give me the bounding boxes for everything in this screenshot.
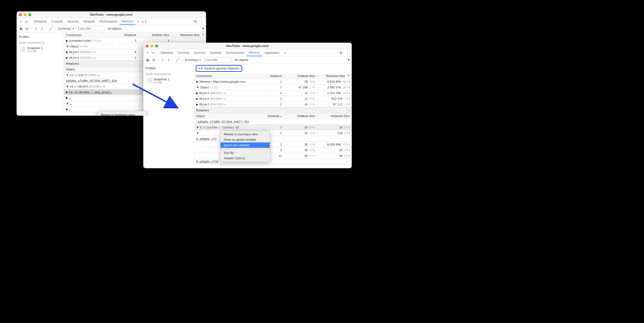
expand-icon[interactable]: ▶ <box>66 39 68 43</box>
caret-down-icon[interactable]: ▼ <box>202 27 205 30</box>
issues-badge[interactable]: ▲2 <box>141 20 146 23</box>
device-toggle-icon[interactable]: ▭ <box>24 20 29 24</box>
tab-console[interactable]: Console <box>49 18 65 25</box>
scope-dropdown[interactable]: All objects <box>106 27 123 30</box>
expand-icon[interactable]: ▼ <box>66 85 69 88</box>
go-to-icon[interactable]: ▭ <box>102 85 105 88</box>
expand-icon[interactable]: ▶ <box>196 80 198 83</box>
go-to-icon[interactable]: ▭ <box>93 51 96 54</box>
menu-store-global[interactable]: Store as global variable <box>220 137 270 142</box>
col-retained[interactable]: Retained Size▼ <box>172 32 206 38</box>
col-object[interactable]: Object <box>194 113 266 119</box>
expand-icon[interactable]: ▶ <box>196 97 198 101</box>
source-link[interactable]: 8,qddgKe,sTs <box>196 137 217 141</box>
scope-dropdown[interactable]: All objects <box>233 58 250 62</box>
go-to-icon[interactable]: ▭ <box>93 56 96 60</box>
go-to-icon[interactable]: ▭ <box>223 103 226 106</box>
tab-network[interactable]: Network <box>208 49 224 56</box>
col-retained[interactable]: Retained Size▼ <box>317 73 352 79</box>
settings-icon[interactable]: ⚙ <box>338 51 344 55</box>
menu-sort-by[interactable]: Sort By› <box>220 150 270 155</box>
tab-sources[interactable]: Sources <box>192 49 208 56</box>
menu-header-options[interactable]: Header Options› <box>220 155 270 161</box>
retainer-row[interactable]: 1 360 % 8 626 66493 % <box>194 142 352 147</box>
retainer-row[interactable]: 13 480 % 480 % <box>194 153 352 159</box>
retainer-row[interactable]: ▼ b in system / Context @? 3 200 % 200 % <box>194 125 352 130</box>
col-distance[interactable]: Distance <box>266 73 284 79</box>
col-shallow[interactable]: Shallow Size <box>138 32 172 38</box>
retainer-row[interactable]: ,qddgKe,sTsDMc,dtl0hd,eHDfl:952 <box>194 119 352 125</box>
minimize-window-button[interactable] <box>24 13 26 16</box>
snapshot-item[interactable]: Snapshot 1 9.3 MB <box>143 77 194 85</box>
menu-reveal[interactable]: Reveal in Summary view <box>97 112 146 116</box>
source-link[interactable]: ,qddgKe,sTsDMc,dtl0hd,eHDfl:952 <box>196 120 249 123</box>
expand-icon[interactable]: ▶ <box>66 96 68 100</box>
tab-network[interactable]: Network <box>81 18 97 25</box>
menu-ignore-retainer[interactable]: Ignore this retainer <box>220 142 270 148</box>
constructor-row[interactable]: ▼ Object ×1782 2 47 1881 % 3 580 57639 % <box>194 85 352 90</box>
tab-elements[interactable]: Elements <box>32 18 49 25</box>
expand-icon[interactable]: ▼ <box>196 131 199 135</box>
view-dropdown[interactable]: Summary▼ <box>183 58 203 62</box>
device-toggle-icon[interactable]: ▭ <box>150 51 156 55</box>
expand-icon[interactable]: ▼ <box>196 86 199 89</box>
tab-performance[interactable]: Performance <box>224 49 246 56</box>
class-filter-input[interactable] <box>76 26 105 31</box>
expand-icon[interactable]: ▼ <box>66 45 69 48</box>
clear-button[interactable]: ⊘ <box>151 57 156 63</box>
gc-icon[interactable]: 🧹 <box>48 26 54 32</box>
restore-ignored-retainers-button[interactable]: ≡✕ Restore ignored retainers <box>196 65 242 72</box>
go-to-icon[interactable]: ▭ <box>97 74 100 77</box>
col-shallow[interactable]: Shallow Size <box>284 73 317 79</box>
retainer-row[interactable]: 8,qddgKe,sTs <box>194 136 352 142</box>
col-distance[interactable]: Distance <box>120 32 138 38</box>
record-button[interactable]: ◉ <box>18 26 24 32</box>
expand-icon[interactable]: ▶ <box>196 103 198 106</box>
class-filter-input[interactable] <box>203 58 232 62</box>
expand-icon[interactable]: ▶ <box>66 50 68 54</box>
inspect-icon[interactable]: ⌖ <box>145 51 150 55</box>
go-to-icon[interactable]: ▭ <box>223 92 226 95</box>
go-to-icon[interactable]: ▭ <box>223 97 226 101</box>
expand-icon[interactable]: ▶ <box>196 91 198 95</box>
clear-button[interactable]: ⊘ <box>24 26 30 32</box>
close-window-button[interactable] <box>19 13 22 16</box>
hamburger-icon[interactable]: ≡ <box>348 109 350 112</box>
maximize-window-button[interactable] <box>28 13 31 16</box>
import-icon[interactable]: ⇩ <box>39 26 45 32</box>
constructor-row[interactable]: ▶ Object @216867 ▭ 2 120 % 622 3767 % <box>194 96 352 102</box>
expand-icon[interactable]: ▶ <box>66 90 68 94</box>
tab-console[interactable]: Console <box>176 49 192 56</box>
import-icon[interactable]: ⇩ <box>166 57 172 63</box>
retainer-row[interactable]: ▼ 2 320 % 1360 % <box>194 130 352 136</box>
close-window-button[interactable] <box>146 45 148 47</box>
retainer-row[interactable]: 8,qddgKe,sTsD <box>194 159 352 164</box>
tab-application[interactable]: Application <box>262 49 282 56</box>
tab-elements[interactable]: Elements <box>158 49 176 56</box>
retainer-row[interactable]: 3 200 % 200 % <box>194 147 352 153</box>
export-icon[interactable]: ⇧ <box>33 26 38 32</box>
constructor-row[interactable]: ▶ Object @241763 ▭ 2 160 % 87 1121 % <box>194 102 352 107</box>
tab-sources[interactable]: Sources <box>65 18 81 25</box>
more-tabs-icon[interactable]: » <box>282 51 288 55</box>
kebab-menu-icon[interactable]: ⋮ <box>344 51 350 55</box>
inspect-icon[interactable]: ⌖ <box>18 20 24 24</box>
col-shallow[interactable]: Shallow Size <box>284 113 317 119</box>
col-constructor[interactable]: Constructor <box>194 73 266 79</box>
export-icon[interactable]: ⇧ <box>160 57 165 63</box>
view-dropdown[interactable]: Summary▼ <box>56 27 76 30</box>
expand-icon[interactable]: ▶ <box>66 56 68 60</box>
snapshot-item[interactable]: Snapshot 1 13.6 MB <box>16 45 64 54</box>
expand-icon[interactable]: ▼ <box>66 102 69 105</box>
constructor-row[interactable]: ▶ Window / https://www.google.com 1 360 … <box>194 79 352 85</box>
tab-performance[interactable]: Performance <box>97 18 119 25</box>
more-tabs-icon[interactable]: » <box>136 20 141 24</box>
source-link[interactable]: qddgKe,sTsDMc,dtl0hd,eHDfl:828 <box>66 79 117 83</box>
settings-icon[interactable]: ⚙ <box>192 20 198 24</box>
constructor-row[interactable]: ▶ Object @461651 ▭ 4 120 % 2 251 04824 % <box>194 90 352 96</box>
expand-icon[interactable]: ▼ <box>196 126 199 129</box>
col-constructor[interactable]: Constructor <box>64 32 120 38</box>
tab-memory[interactable]: Memory <box>120 18 136 25</box>
record-button[interactable]: ◉ <box>145 57 150 63</box>
maximize-window-button[interactable] <box>155 45 158 47</box>
